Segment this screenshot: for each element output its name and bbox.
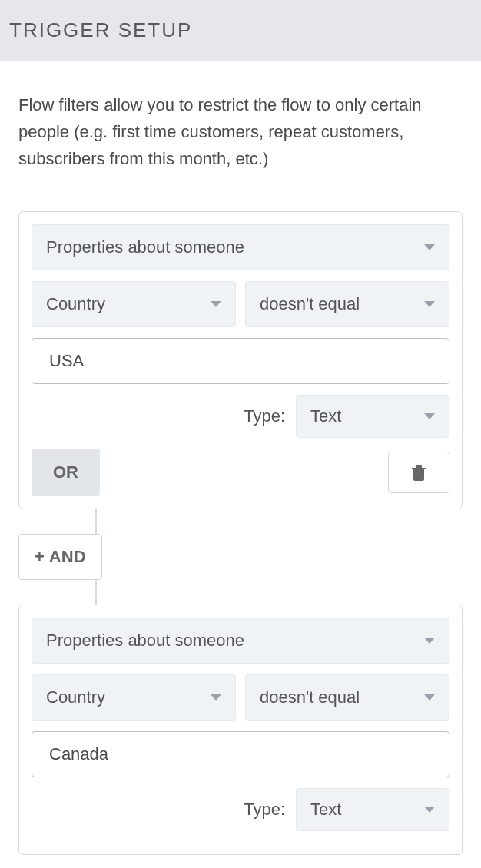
property-dropdown[interactable]: Country [32,674,236,721]
type-label: Type: [244,406,285,426]
value-input[interactable] [32,731,449,777]
category-label: Properties about someone [46,237,244,257]
and-button[interactable]: + AND [18,534,102,580]
property-label: Country [46,294,105,314]
chevron-down-icon [211,301,221,307]
category-label: Properties about someone [46,631,244,651]
type-label: Type: [244,800,285,820]
page-title: TRIGGER SETUP [9,18,472,42]
type-dropdown[interactable]: Text [296,395,449,438]
chevron-down-icon [211,694,221,701]
or-button[interactable]: OR [32,449,100,496]
chevron-down-icon [424,413,435,419]
operator-label: doesn't equal [260,687,360,707]
header: TRIGGER SETUP [0,0,481,61]
value-input[interactable] [32,338,449,384]
operator-label: doesn't equal [260,294,360,314]
operator-dropdown[interactable]: doesn't equal [245,281,449,327]
property-label: Country [46,687,105,707]
connector: + AND [18,509,463,605]
chevron-down-icon [424,638,435,644]
chevron-down-icon [424,694,435,701]
filter-card: Properties about someone Country doesn't… [18,605,463,855]
type-dropdown[interactable]: Text [296,788,449,831]
content: Flow filters allow you to restrict the f… [0,61,481,855]
plus-icon: + [35,547,45,567]
category-dropdown[interactable]: Properties about someone [32,224,449,270]
connector-line [95,580,97,605]
chevron-down-icon [424,301,435,307]
category-dropdown[interactable]: Properties about someone [32,618,449,664]
chevron-down-icon [424,807,435,813]
trash-icon [410,463,427,482]
description-text: Flow filters allow you to restrict the f… [18,91,463,173]
property-dropdown[interactable]: Country [32,281,236,327]
filter-card: Properties about someone Country doesn't… [18,211,463,509]
type-value: Text [310,406,341,426]
and-label: AND [49,547,86,567]
chevron-down-icon [424,244,435,250]
type-value: Text [310,800,341,820]
delete-button[interactable] [388,452,449,493]
operator-dropdown[interactable]: doesn't equal [245,674,449,721]
